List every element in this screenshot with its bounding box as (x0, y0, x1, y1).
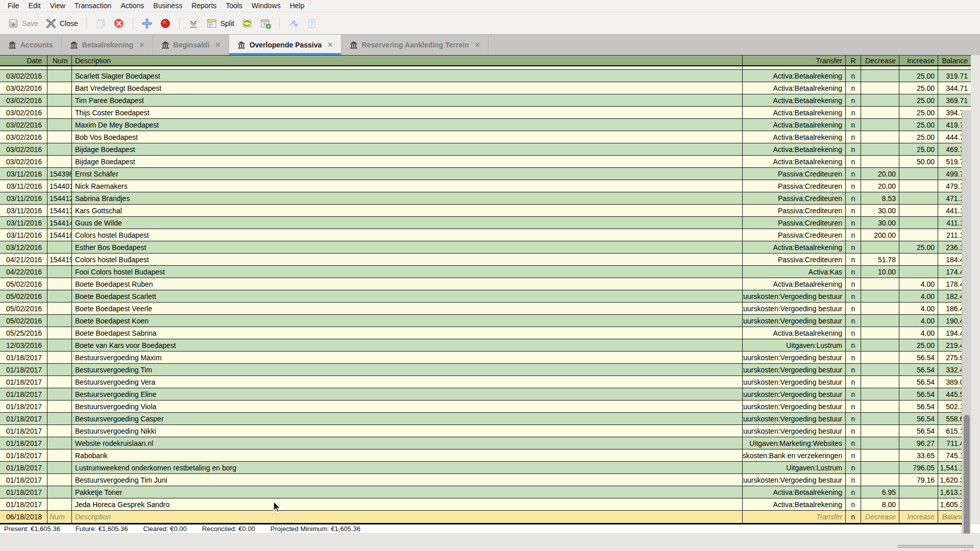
cell-increase[interactable] (899, 254, 938, 265)
tab-close-icon[interactable]: × (139, 41, 144, 49)
cell-decrease[interactable] (861, 388, 899, 400)
cell-reconciled[interactable]: n (846, 266, 861, 278)
cell-description[interactable]: Bestuursvergoeding Viola (72, 400, 743, 412)
menu-help[interactable]: Help (285, 0, 309, 12)
cell-description[interactable]: Guus de Wilde (72, 217, 743, 229)
cell-increase[interactable]: 4.00 (899, 290, 938, 302)
transaction-row[interactable]: 01/18/2017Website rodekruislaan.nlUitgav… (0, 437, 971, 449)
cell-increase[interactable]: 796.05 (899, 462, 938, 473)
cell-reconciled[interactable]: n (846, 143, 861, 155)
cell-description[interactable]: Boete van Kars voor Boedapest (72, 339, 743, 351)
blank-entry-row[interactable]: 06/18/2018NumDescriptionTransfernDecreas… (0, 511, 971, 523)
cell-num[interactable] (47, 486, 72, 498)
cell-reconciled[interactable]: n (846, 376, 861, 388)
cell-reconciled[interactable]: n (846, 131, 861, 143)
cell-description[interactable]: Jeda Horeca Gesprek Sandro (72, 498, 743, 510)
entry-transfer-field[interactable]: Transfer (743, 511, 846, 523)
transaction-row[interactable]: 03/11/2016154413Kars GottschalPassiva:Cr… (0, 205, 971, 217)
cell-transfer[interactable]: Activa:Kas (743, 266, 846, 278)
transaction-row[interactable]: 03/11/2016154414Guus de WildePassiva:Cre… (0, 217, 971, 229)
cell-transfer[interactable]: Uitgaven:Lustrum (743, 339, 846, 351)
cell-reconciled[interactable]: n (846, 413, 861, 424)
cell-date[interactable]: 03/11/2016 (0, 229, 47, 241)
cell-transfer[interactable]: Activa:Betaalrekening (743, 107, 846, 118)
cell-num[interactable] (47, 327, 72, 339)
cell-transfer[interactable]: Activa:Betaalrekening (743, 119, 846, 131)
cell-transfer[interactable]: Uitgaven:Marketing:Websites (743, 437, 846, 449)
cell-transfer[interactable]: Passiva:Crediteuren (743, 205, 846, 216)
cell-description[interactable]: Boete Boedapest Ruben (72, 278, 743, 290)
cell-num[interactable] (47, 156, 72, 167)
report-button[interactable] (303, 16, 321, 31)
cell-date[interactable]: 01/18/2017 (0, 437, 47, 449)
cell-date[interactable]: 03/11/2016 (0, 168, 47, 180)
cell-date[interactable]: 03/02/2016 (0, 131, 47, 143)
cell-increase[interactable] (899, 192, 938, 204)
cell-num[interactable] (47, 241, 72, 253)
cell-transfer[interactable]: Bestuurskosten:Vergoeding bestuur (743, 425, 846, 437)
add-button[interactable] (138, 16, 156, 31)
cell-increase[interactable]: 56.54 (899, 352, 938, 363)
transaction-row[interactable]: 03/02/2016Bijdage BoedapestActiva:Betaal… (0, 143, 971, 156)
cell-increase[interactable] (899, 217, 938, 229)
cell-num[interactable] (47, 474, 72, 486)
cell-description[interactable]: Bestuursvergoeding Tim (72, 364, 743, 375)
cell-date[interactable]: 05/25/2016 (0, 327, 47, 339)
cell-decrease[interactable] (861, 156, 899, 167)
transaction-row[interactable]: 03/02/2016Bijdage BoedapestActiva:Betaal… (0, 156, 971, 168)
transaction-row[interactable]: 04/21/2016154419Colors hostel BudapestPa… (0, 254, 971, 266)
cell-decrease[interactable]: 20.00 (861, 180, 899, 192)
schedule-button[interactable]: 31 (256, 16, 275, 31)
cell-transfer[interactable]: Bestuurskosten:Bank en verzekeringen (743, 449, 846, 461)
menu-business[interactable]: Business (149, 0, 187, 12)
tab-close-icon[interactable]: × (215, 41, 220, 49)
cell-reconciled[interactable]: n (846, 388, 861, 400)
entry-description-field[interactable]: Description (72, 511, 743, 523)
cell-reconciled[interactable]: n (846, 180, 861, 192)
cell-increase[interactable]: 4.00 (899, 303, 938, 314)
cell-date[interactable]: 03/02/2016 (0, 143, 47, 155)
cell-num[interactable]: 154418 (47, 229, 72, 241)
cell-reconciled[interactable]: n (846, 364, 861, 375)
cell-decrease[interactable] (861, 94, 899, 106)
transaction-row[interactable]: 01/18/2017Pakketje TonerActiva:Betaalrek… (0, 486, 971, 498)
cell-decrease[interactable] (861, 241, 899, 253)
cell-description[interactable]: Bestuursvergoeding Eline (72, 388, 743, 400)
cell-reconciled[interactable]: n (846, 254, 861, 265)
cell-reconciled[interactable]: n (846, 168, 861, 180)
cell-reconciled[interactable]: n (846, 449, 861, 461)
column-header-transfer[interactable]: Transfer (743, 56, 846, 65)
cell-reconciled[interactable]: n (846, 486, 861, 498)
cell-date[interactable]: 01/18/2017 (0, 364, 47, 375)
cell-num[interactable] (47, 425, 72, 437)
cell-description[interactable]: Bestuursvergoeding Tim Juni (72, 474, 743, 486)
cell-description[interactable]: Ernst Schäfer (72, 168, 743, 180)
transaction-row[interactable]: 01/18/2017Bestuursvergoeding ViolaBestuu… (0, 400, 971, 413)
tab-reservering-aankleding-terrein[interactable]: Reservering Aankleding Terrein× (341, 35, 488, 55)
vertical-scrollbar-thumb[interactable] (964, 415, 970, 551)
cell-transfer[interactable]: Activa:Betaalrekening (743, 241, 846, 253)
cell-reconciled[interactable]: n (846, 462, 861, 473)
cell-increase[interactable]: 25.00 (899, 143, 938, 155)
column-header-description[interactable]: Description (72, 56, 743, 65)
cell-date[interactable]: 01/18/2017 (0, 400, 47, 412)
cell-date[interactable]: 04/21/2016 (0, 254, 47, 265)
cell-date[interactable]: 03/11/2016 (0, 180, 47, 192)
cell-decrease[interactable] (861, 437, 899, 449)
cell-increase[interactable]: 25.00 (899, 241, 938, 253)
cell-num[interactable] (47, 94, 72, 106)
transaction-row[interactable]: 03/02/2016Bob Vos BoedapestActiva:Betaal… (0, 131, 971, 143)
cell-transfer[interactable]: Bestuurskosten:Vergoeding bestuur (743, 474, 846, 486)
cell-num[interactable] (47, 70, 72, 82)
cell-reconciled[interactable]: n (846, 315, 861, 327)
cell-transfer[interactable]: Passiva:Crediteuren (743, 254, 846, 265)
cell-description[interactable]: Colors hostel Budapest (72, 254, 743, 265)
transaction-row[interactable]: 01/18/2017Bestuursvergoeding VeraBestuur… (0, 376, 971, 388)
cell-num[interactable] (47, 437, 72, 449)
cell-description[interactable]: Boete Boedapest Veerle (72, 303, 743, 314)
cell-transfer[interactable]: Activa:Betaalrekening (743, 82, 846, 94)
close-button[interactable]: Close (42, 16, 82, 31)
cell-increase[interactable] (899, 486, 938, 498)
cell-description[interactable]: Tim Paree Boedapest (72, 94, 743, 106)
cell-transfer[interactable]: Bestuurskosten:Vergoeding bestuur (743, 352, 846, 363)
